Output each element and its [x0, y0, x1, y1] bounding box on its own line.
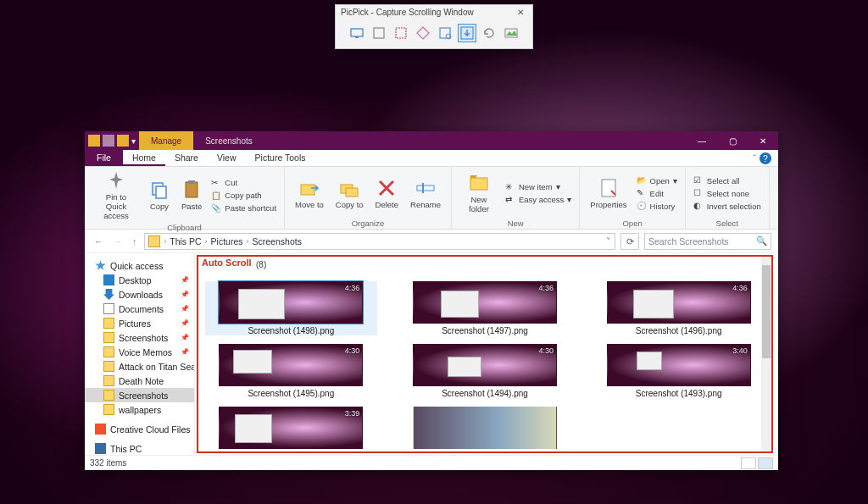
- thumbnail-preview: [233, 350, 272, 374]
- refresh-button[interactable]: ⟳: [620, 233, 639, 250]
- nav-this-pc[interactable]: This PC: [85, 441, 194, 455]
- tab-home[interactable]: Home: [123, 150, 165, 166]
- breadcrumb-segment[interactable]: This PC: [170, 236, 201, 246]
- repeat-icon[interactable]: [480, 24, 498, 42]
- svg-rect-15: [417, 186, 434, 191]
- rename-button[interactable]: Rename: [405, 169, 446, 218]
- pin-icon: 📌: [181, 319, 189, 327]
- pin-icon: 📌: [181, 334, 189, 341]
- fullscreen-icon[interactable]: [348, 24, 366, 42]
- pin-quick-access-button[interactable]: Pin to Quick access: [90, 169, 142, 222]
- file-name: Screenshot (1495).png: [248, 389, 334, 398]
- invert-selection-button[interactable]: ◐Invert selection: [691, 200, 764, 212]
- collapse-ribbon-icon[interactable]: ˇ: [754, 153, 757, 163]
- nav-item-downloads[interactable]: Downloads📌: [85, 287, 194, 302]
- thumbnail-timestamp: 3:39: [345, 409, 360, 418]
- tab-file[interactable]: File: [85, 150, 123, 166]
- folder-icon: [148, 235, 160, 247]
- file-item[interactable]: 3:39Screenshot (1492).png: [205, 407, 377, 453]
- file-item[interactable]: 3:40Screenshot (1493).png: [593, 344, 765, 398]
- properties-button[interactable]: Properties: [585, 169, 632, 218]
- copy-button[interactable]: Copy: [144, 169, 175, 222]
- view-details-button[interactable]: [741, 457, 756, 469]
- copy-path-button[interactable]: 📋Copy path: [209, 190, 279, 202]
- maximize-button[interactable]: ▢: [717, 131, 748, 150]
- folder-icon: [103, 390, 114, 401]
- breadcrumb-segment[interactable]: Pictures: [211, 236, 243, 246]
- minimize-button[interactable]: —: [687, 131, 717, 150]
- tab-view[interactable]: View: [208, 150, 246, 166]
- search-input[interactable]: Search Screenshots 🔍: [644, 233, 771, 250]
- nav-creative-cloud[interactable]: Creative Cloud Files: [85, 422, 194, 436]
- nav-item-documents[interactable]: Documents📌: [85, 302, 194, 316]
- delete-button[interactable]: Delete: [370, 169, 403, 218]
- view-thumbnails-button[interactable]: [758, 457, 773, 469]
- scroll-save-icon[interactable]: [458, 24, 476, 42]
- file-item[interactable]: 4:30Screenshot (1495).png: [205, 344, 377, 398]
- nav-item-wallpapers[interactable]: wallpapers: [85, 402, 194, 417]
- scrollbar-thumb[interactable]: [762, 265, 771, 358]
- shortcut-icon: 📎: [211, 203, 221, 213]
- folder-icon: [103, 346, 114, 357]
- up-button[interactable]: ↑: [130, 236, 139, 246]
- easy-access-button[interactable]: ⇄Easy access ▾: [503, 194, 574, 206]
- breadcrumb-dropdown-icon[interactable]: ˅: [606, 236, 611, 246]
- quick-access-toolbar: ▾: [85, 135, 139, 147]
- scroll-icon[interactable]: [436, 24, 454, 42]
- tab-picture-tools[interactable]: Picture Tools: [246, 150, 315, 166]
- file-item[interactable]: 4:36Screenshot (1496).png: [593, 281, 765, 335]
- thumbnail-timestamp: 4:30: [538, 346, 554, 355]
- paste-button[interactable]: Paste: [176, 169, 207, 222]
- file-item[interactable]: Screenshot (1491).png: [399, 407, 571, 453]
- address-bar: ← → ↑ › This PC › Pictures › Screenshots…: [85, 230, 778, 253]
- picpick-close-button[interactable]: ✕: [514, 8, 527, 17]
- breadcrumb[interactable]: › This PC › Pictures › Screenshots ˅: [144, 233, 615, 250]
- scrollbar[interactable]: [761, 257, 771, 451]
- chevron-down-icon: ▾: [567, 195, 571, 204]
- copy-to-button[interactable]: Copy to: [331, 169, 369, 218]
- copy-icon: [149, 180, 170, 200]
- nav-item-death-note[interactable]: Death Note: [85, 374, 194, 388]
- freehand-icon[interactable]: [414, 24, 432, 42]
- nav-item-voice-memos[interactable]: Voice Memos📌: [85, 345, 194, 359]
- nav-item-pictures[interactable]: Pictures📌: [85, 316, 194, 330]
- file-item[interactable]: 4:30Screenshot (1494).png: [399, 344, 571, 398]
- ribbon: Pin to Quick access Copy Paste ✂Cut 📋Cop…: [85, 167, 778, 230]
- breadcrumb-segment[interactable]: Screenshots: [253, 236, 302, 246]
- nav-item-attack-on-titan-season-1[interactable]: Attack on Titan Season 1: [85, 359, 194, 374]
- window-icon[interactable]: [370, 24, 388, 42]
- qat-dropdown-icon[interactable]: ▾: [131, 136, 136, 146]
- move-to-button[interactable]: Move to: [290, 169, 329, 218]
- new-item-button[interactable]: ✳New item ▾: [503, 181, 574, 193]
- open-button[interactable]: 📂Open ▾: [634, 174, 680, 186]
- forward-button[interactable]: →: [111, 236, 125, 246]
- history-button[interactable]: 🕘History: [634, 200, 680, 212]
- nav-item-screenshots[interactable]: Screenshots: [85, 388, 194, 402]
- file-item[interactable]: 4:36Screenshot (1497).png: [399, 281, 571, 335]
- content-area[interactable]: Auto Scroll (8) 4:36Screenshot (1498).pn…: [197, 255, 773, 453]
- cut-button[interactable]: ✂Cut: [209, 177, 279, 189]
- help-icon[interactable]: ?: [760, 152, 771, 164]
- new-folder-button[interactable]: New folder: [457, 169, 501, 218]
- file-name: Screenshot (1491).png: [442, 451, 528, 453]
- title-contextual-tab[interactable]: Manage: [139, 131, 193, 150]
- select-none-button[interactable]: ☐Select none: [691, 187, 764, 199]
- region-icon[interactable]: [392, 24, 410, 42]
- file-item[interactable]: 4:36Screenshot (1498).png: [205, 281, 377, 335]
- invert-icon: ◐: [693, 201, 704, 211]
- select-all-button[interactable]: ☑Select all: [691, 174, 764, 186]
- paste-shortcut-button[interactable]: 📎Paste shortcut: [209, 202, 279, 214]
- qat-icon[interactable]: [103, 135, 114, 147]
- edit-button[interactable]: ✎Edit: [634, 187, 680, 199]
- nav-quick-access[interactable]: Quick access: [85, 258, 194, 273]
- close-button[interactable]: ✕: [748, 131, 778, 150]
- folder-icon: [103, 332, 114, 343]
- back-button[interactable]: ←: [92, 236, 106, 246]
- title-bar[interactable]: ▾ Manage Screenshots — ▢ ✕: [85, 131, 778, 150]
- svg-rect-11: [188, 180, 195, 184]
- nav-item-desktop[interactable]: Desktop📌: [85, 273, 194, 287]
- qat-icon[interactable]: [117, 135, 129, 147]
- tab-share[interactable]: Share: [165, 150, 208, 166]
- image-icon[interactable]: [502, 24, 520, 42]
- nav-item-screenshots[interactable]: Screenshots📌: [85, 330, 194, 345]
